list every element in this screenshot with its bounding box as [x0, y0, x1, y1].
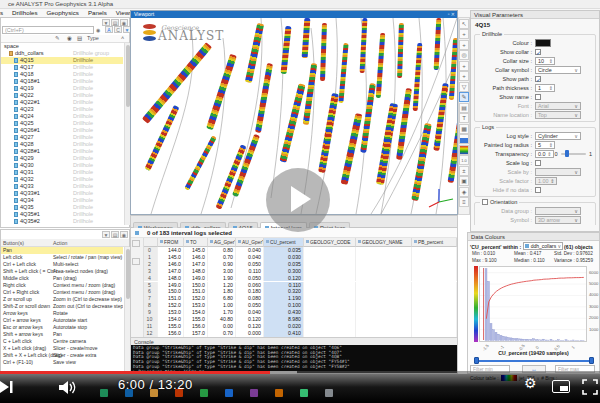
console-header[interactable]: Console	[131, 337, 457, 345]
data-colours-header[interactable]: Data Colours	[468, 233, 599, 241]
range-slider-max-handle[interactable]	[589, 357, 594, 364]
tree-item-drillhole[interactable]: 4Q33Drillhole	[1, 183, 123, 190]
table-cell[interactable]: 145.0	[184, 247, 208, 254]
table-cell[interactable]: 2	[144, 261, 158, 268]
table-cell[interactable]: 156.0	[158, 330, 184, 337]
rotate-icon[interactable]: +	[459, 71, 469, 81]
controls-row[interactable]: Middle clickPan (drag)	[1, 275, 123, 282]
table-cell[interactable]	[356, 309, 412, 316]
table-cell[interactable]: 0.120	[236, 323, 264, 330]
table-cell[interactable]: 1.90	[208, 275, 236, 282]
table-cell[interactable]: 0.70	[208, 330, 236, 337]
param-checkbox[interactable]: ✓	[535, 49, 541, 55]
table-cell[interactable]: 0.80	[208, 247, 236, 254]
table-cell[interactable]	[356, 316, 412, 323]
next-video-button[interactable]	[0, 379, 16, 395]
table-cell[interactable]: 148.0	[184, 268, 208, 275]
param-spinner[interactable]: 1.00	[535, 177, 557, 185]
table-cell[interactable]	[304, 261, 356, 268]
table-cell[interactable]	[356, 288, 412, 295]
controls-row[interactable]: Shift-Z or scroll downZoom out (Ctrl to …	[1, 303, 123, 310]
table-cell[interactable]: 0.120	[264, 275, 304, 282]
menu-item-panels[interactable]: Panels	[88, 9, 107, 16]
copy-style-icon[interactable]: ▤	[459, 103, 469, 113]
table-cell[interactable]: 154.0	[158, 316, 184, 323]
param-dropdown[interactable]: Top∨	[535, 111, 581, 119]
filter-icon[interactable]: ▼	[102, 231, 110, 238]
controls-row[interactable]: Z or scroll upZoom in (Ctrl to decrease …	[1, 296, 123, 303]
close-icon[interactable]: ✕	[451, 11, 455, 17]
table-cell[interactable]: 153.0	[184, 302, 208, 309]
table-cell[interactable]	[356, 261, 412, 268]
table-cell[interactable]: 8	[144, 302, 158, 309]
export-icon[interactable]	[132, 258, 140, 265]
table-cell[interactable]: 152.0	[158, 302, 184, 309]
table-cell[interactable]: 0.050	[236, 275, 264, 282]
pan-icon[interactable]: +	[459, 61, 469, 71]
controls-row[interactable]: Shift + X + Left click (drag)Slicer - cr…	[1, 352, 123, 359]
visibility-eye-icon[interactable]: ◉	[96, 27, 100, 33]
table-cell[interactable]: 146.0	[158, 261, 184, 268]
tree-item-drillhole[interactable]: 4Q35#2Drillhole	[1, 218, 123, 225]
tree-item-drillhole[interactable]: 4Q32Drillhole	[1, 176, 123, 183]
controls-row[interactable]: Ctrl + Left clickMulti-select	[1, 261, 123, 268]
tree-item-drillhole[interactable]: 4Q33#1Drillhole	[1, 190, 123, 197]
table-cell[interactable]	[356, 275, 412, 282]
histogram-plot[interactable]	[479, 266, 587, 342]
tree-item-drillhole[interactable]: 4Q22Drillhole	[1, 92, 123, 99]
controls-row[interactable]: Esc or arrow keysAutorotate stop	[1, 324, 123, 331]
doc-icon[interactable]: ▤	[111, 19, 119, 26]
table-cell[interactable]: 0.050	[236, 261, 264, 268]
param-checkbox[interactable]	[535, 187, 541, 193]
controls-row[interactable]: Ctrl + arrow keysAutorotate start	[1, 317, 123, 324]
controls-row[interactable]: Pan	[1, 247, 123, 254]
buttons-column-header[interactable]: Button(s)	[3, 239, 24, 247]
volume-button[interactable]	[58, 379, 80, 396]
table-cell[interactable]	[304, 247, 356, 254]
slicer-icon[interactable]: ▽	[459, 82, 469, 92]
table-cell[interactable]: 151.0	[158, 295, 184, 302]
param-spinner[interactable]: 10	[535, 57, 555, 65]
scope-dropdown[interactable]: ddh_collars ∨	[523, 242, 563, 250]
table-cell[interactable]: 10	[144, 316, 158, 323]
table-cell[interactable]: 0.080	[236, 295, 264, 302]
table-cell[interactable]	[412, 330, 457, 337]
chart-icon[interactable]	[459, 134, 469, 144]
table-cell[interactable]	[412, 247, 457, 254]
table-cell[interactable]: 11	[144, 323, 158, 330]
param-dropdown[interactable]: Arial∨	[535, 102, 581, 110]
sort-icon[interactable]: ˄	[121, 35, 124, 41]
table-cell[interactable]: 1.70	[208, 309, 236, 316]
tree-item-drillhole[interactable]: 4Q29Drillhole	[1, 155, 123, 162]
table-cell[interactable]: 4	[144, 275, 158, 282]
table-cell[interactable]	[412, 261, 457, 268]
table-cell[interactable]	[304, 282, 356, 289]
table-cell[interactable]: 7	[144, 295, 158, 302]
tree-item-workspace[interactable]: space	[1, 43, 123, 50]
table-cell[interactable]: 9	[144, 309, 158, 316]
table-cell[interactable]	[304, 254, 356, 261]
type-column-header[interactable]: Type	[87, 35, 99, 41]
filter-icon[interactable]	[132, 240, 140, 247]
table-cell[interactable]: 0.70	[208, 254, 236, 261]
table-cell[interactable]: 0.040	[236, 254, 264, 261]
column-header-AU_GperT[interactable]: AU_GperT	[236, 238, 264, 247]
tree-item-drillhole[interactable]: 4Q26#1Drillhole	[1, 127, 123, 134]
table-cell[interactable]	[304, 288, 356, 295]
text-tool-icon[interactable]: T	[459, 113, 469, 123]
controls-row[interactable]: X + Left click (drag)Slicer - create/mov…	[1, 345, 123, 352]
table-cell[interactable]: 148.0	[158, 275, 184, 282]
controls-row[interactable]: Shift + arrow keysPan	[1, 331, 123, 338]
table-cell[interactable]: 0.040	[236, 309, 264, 316]
table-cell[interactable]: 1.190	[264, 295, 304, 302]
table-cell[interactable]	[412, 268, 457, 275]
match-word-button[interactable]: C	[114, 26, 122, 33]
param-spinner[interactable]: 1	[535, 84, 555, 92]
controls-row[interactable]: C + Left clickCentre camera	[1, 338, 123, 345]
legend-icon[interactable]: ▣	[459, 176, 469, 186]
tree-item-drillhole[interactable]: 4Q28Drillhole	[1, 141, 123, 148]
interval-logs-table[interactable]: FROMTOAG_GperTAU_GperTCU_percentGEOLOGY_…	[144, 238, 457, 352]
controls-row[interactable]: Arrow keysRotate	[1, 310, 123, 317]
edit-column-icon[interactable]: ✎	[55, 35, 60, 41]
table-cell[interactable]	[356, 302, 412, 309]
